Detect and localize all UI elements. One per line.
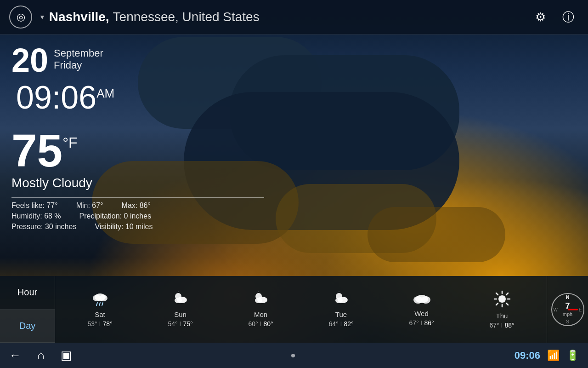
forecast-high-temp: 82°	[344, 320, 353, 328]
weather-details: Feels like: 77° Min: 67° Max: 86° Humidi…	[11, 197, 264, 231]
temp-separator: I	[260, 320, 262, 328]
header-left: ◎ ▼ Nashville, Tennessee, United States	[9, 6, 260, 29]
header-right: ⚙ ⓘ	[530, 6, 579, 28]
forecast-day-label: Thu	[496, 312, 508, 320]
feels-like: Feels like: 77°	[11, 201, 58, 210]
date-weekday: Friday	[54, 59, 103, 71]
wifi-icon: 📶	[547, 350, 560, 362]
forecast-weather-icon	[252, 292, 270, 309]
forecast-item[interactable]: Sun 54° I 75°	[140, 288, 220, 331]
forecast-weather-icon	[413, 293, 430, 308]
compass-circle: N S E W 7 mph	[551, 293, 584, 326]
nav-center	[291, 354, 295, 357]
forecast-low-temp: 67°	[489, 322, 499, 329]
svg-point-2	[99, 295, 107, 301]
time-display: 09:06AM	[16, 81, 264, 114]
forecast-weather-icon	[493, 290, 511, 310]
precipitation: Precipitation: 0 inches	[79, 212, 152, 220]
forecast-weather-icon	[91, 292, 109, 309]
forecast-low-temp: 54°	[168, 320, 177, 328]
nav-bar: ← ⌂ ▣ 09:06 📶 🔋	[0, 343, 588, 368]
forecast-high-temp: 88°	[504, 322, 514, 329]
humidity: Humidity: 68 %	[11, 212, 61, 220]
time-ampm: AM	[96, 86, 114, 100]
temperature-value: 75	[11, 127, 62, 173]
nav-right: 09:06 📶 🔋	[514, 350, 579, 362]
forecast-high-temp: 86°	[424, 319, 434, 327]
svg-line-29	[496, 303, 498, 305]
forecast-low-temp: 67°	[409, 319, 418, 327]
forecast-day-label: Sat	[95, 310, 105, 318]
page-indicator	[291, 354, 295, 357]
app-logo[interactable]: ◎	[9, 6, 32, 29]
forecast-item[interactable]: Wed 67° I 86°	[381, 289, 462, 330]
svg-point-21	[498, 295, 506, 303]
temp-separator: I	[340, 320, 342, 328]
max-temp: Max: 86°	[122, 201, 151, 210]
pressure: Pressure: 30 inches	[11, 223, 76, 231]
min-temp: Min: 67°	[76, 201, 103, 210]
detail-row-2: Humidity: 68 % Precipitation: 0 inches	[11, 212, 264, 220]
forecast-item[interactable]: Thu 67° I 88°	[462, 287, 542, 333]
info-button[interactable]: ⓘ	[558, 6, 579, 28]
forecast-high-temp: 80°	[263, 320, 273, 328]
forecast-temps: 54° I 75°	[168, 320, 192, 328]
forecast-day-label: Sun	[174, 310, 187, 318]
forecast-temps: 67° I 86°	[409, 319, 434, 327]
temperature-unit: °F	[62, 134, 77, 151]
forecast-high-temp: 78°	[102, 320, 112, 328]
forecast-day-label: Wed	[414, 310, 429, 317]
date-info: September Friday	[54, 44, 103, 71]
battery-icon: 🔋	[566, 350, 579, 362]
nav-time: 09:06	[514, 350, 540, 362]
forecast-high-temp: 75°	[183, 320, 192, 328]
forecast-weather-icon	[172, 292, 189, 309]
forecast-temps: 64° I 82°	[328, 320, 353, 328]
location-region: Tennessee, United States	[113, 10, 260, 24]
svg-line-28	[506, 293, 508, 295]
compass-east: E	[579, 307, 582, 312]
temp-separator: I	[180, 320, 181, 328]
wind-compass: N S E W 7 mph	[547, 276, 588, 343]
detail-row-1: Feels like: 77° Min: 67° Max: 86°	[11, 201, 264, 210]
location-dropdown-arrow[interactable]: ▼	[39, 13, 45, 21]
bottom-panel: Hour Day Sat 53° I 78°	[0, 276, 588, 343]
compass-west: W	[554, 307, 558, 312]
forecast-day-label: Mon	[254, 310, 267, 318]
svg-point-17	[335, 298, 343, 303]
forecast-low-temp: 53°	[87, 320, 97, 328]
compass-south: S	[566, 319, 569, 324]
back-button[interactable]: ←	[9, 348, 21, 362]
compass-north: N	[566, 295, 569, 300]
svg-line-27	[506, 303, 508, 305]
svg-point-9	[175, 298, 182, 303]
forecast-item[interactable]: Sat 53° I 78°	[60, 288, 140, 331]
forecast-day-label: Tue	[335, 310, 347, 318]
forecast-temps: 60° I 80°	[248, 320, 273, 328]
recents-button[interactable]: ▣	[61, 348, 72, 362]
day-tab[interactable]: Day	[0, 310, 55, 343]
settings-button[interactable]: ⚙	[530, 6, 551, 28]
forecast-low-temp: 60°	[248, 320, 258, 328]
time-value: 09:06	[16, 80, 96, 115]
svg-line-4	[99, 303, 100, 305]
temp-separator: I	[501, 322, 503, 329]
svg-point-20	[421, 296, 430, 304]
forecast-temps: 53° I 78°	[87, 320, 112, 328]
svg-line-5	[102, 303, 103, 305]
temp-separator: I	[421, 319, 423, 327]
forecast-low-temp: 64°	[328, 320, 338, 328]
forecast-weather-icon	[333, 292, 350, 309]
home-button[interactable]: ⌂	[37, 348, 45, 362]
forecast-item[interactable]: Mon 60° I 80°	[220, 288, 301, 331]
weather-main: 20 September Friday 09:06AM 75 °F Mostly…	[0, 34, 276, 242]
hour-tab[interactable]: Hour	[0, 276, 55, 310]
date-day: 20	[11, 44, 48, 77]
temp-separator: I	[99, 320, 101, 328]
date-block: 20 September Friday	[11, 44, 264, 77]
forecast-item[interactable]: Tue 64° I 82°	[301, 288, 381, 331]
location-city: Nashville,	[49, 10, 109, 24]
svg-line-3	[96, 303, 97, 305]
forecast-scroll: Sat 53° I 78° Sun 54° I 75°	[55, 276, 547, 343]
forecast-temps: 67° I 88°	[489, 322, 514, 329]
